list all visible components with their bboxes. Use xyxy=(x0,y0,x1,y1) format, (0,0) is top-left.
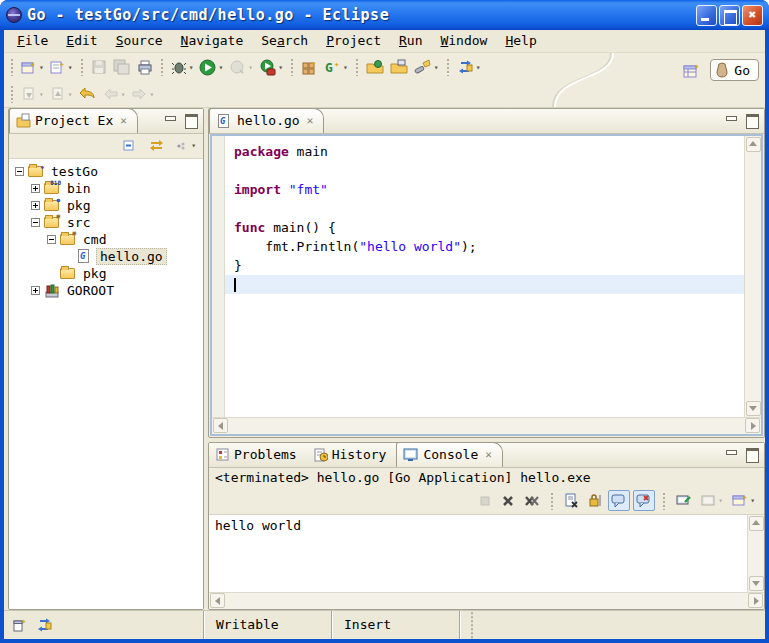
build-tool-button[interactable]: ▾ xyxy=(454,56,484,78)
code-line[interactable]: func main() { xyxy=(225,218,744,237)
new-project-button[interactable]: ✦ xyxy=(298,56,321,78)
titlebar[interactable]: Go - testGo/src/cmd/hello.go - Eclipse xyxy=(0,0,769,30)
toolbar-grip[interactable] xyxy=(10,85,14,103)
tree-item-hello-go[interactable]: Ghello.go xyxy=(9,248,203,265)
minimize-button[interactable] xyxy=(696,5,717,26)
menu-source[interactable]: Source xyxy=(107,31,172,50)
tree-item-cmd[interactable]: ▦cmd xyxy=(9,231,203,248)
scroll-up-button[interactable] xyxy=(746,137,761,152)
open-resource-button[interactable] xyxy=(387,56,411,78)
open-console-button[interactable]: ✦ ▾ xyxy=(729,490,758,511)
maximize-button[interactable] xyxy=(719,5,740,26)
collapse-icon[interactable] xyxy=(15,167,24,176)
new-file-button[interactable]: ✦ ▾ xyxy=(47,56,76,78)
tab-project-explorer[interactable]: Project Ex ✕ xyxy=(9,108,138,133)
tree-item-bin[interactable]: 010bin xyxy=(9,180,203,197)
collapse-all-button[interactable] xyxy=(119,135,141,156)
last-edit-location-button[interactable]: ✦ xyxy=(76,84,100,104)
close-icon[interactable]: ✕ xyxy=(485,448,492,461)
panel-maximize-button[interactable] xyxy=(744,447,760,461)
menu-navigate[interactable]: Navigate xyxy=(172,31,253,50)
previous-annotation-button[interactable]: ▾ xyxy=(47,84,76,104)
open-type-button[interactable] xyxy=(363,56,387,78)
menu-file[interactable]: File xyxy=(8,31,57,50)
menu-run[interactable]: Run xyxy=(390,31,431,50)
console-horizontal-scrollbar[interactable] xyxy=(209,592,764,609)
menu-edit[interactable]: Edit xyxy=(57,31,106,50)
console-output[interactable]: hello world xyxy=(209,515,747,592)
menu-search[interactable]: Search xyxy=(252,31,317,50)
toolbar-grip[interactable] xyxy=(446,58,450,76)
code-editor[interactable]: package mainimport "fmt"func main() { fm… xyxy=(225,136,744,417)
toolbar-grip[interactable] xyxy=(80,58,84,76)
new-go-element-button[interactable]: G✦ ▾ xyxy=(321,56,351,78)
back-button[interactable]: ▾ xyxy=(100,84,129,104)
scroll-right-button[interactable] xyxy=(745,418,760,433)
panel-maximize-button[interactable] xyxy=(744,113,760,127)
scroll-left-button[interactable] xyxy=(210,593,225,608)
new-wizard-button[interactable]: ✦ ▾ xyxy=(18,56,47,78)
console-vertical-scrollbar[interactable] xyxy=(747,515,764,592)
save-button[interactable] xyxy=(88,56,110,78)
display-console-button[interactable]: ▾ xyxy=(698,491,726,511)
toolbar-grip[interactable] xyxy=(290,58,294,76)
close-button[interactable] xyxy=(742,5,763,26)
tree-item-goroot[interactable]: GOROOT xyxy=(9,282,203,299)
toolbar-grip[interactable] xyxy=(10,58,14,76)
editor-horizontal-scrollbar[interactable] xyxy=(212,417,761,434)
link-with-editor-button[interactable] xyxy=(145,135,168,156)
annotation-ruler[interactable] xyxy=(212,136,225,417)
fast-view-icon[interactable]: ✦ xyxy=(12,617,28,633)
panel-minimize-button[interactable] xyxy=(724,113,740,127)
tab-console[interactable]: Console✕ xyxy=(396,442,502,467)
panel-minimize-button[interactable] xyxy=(163,113,179,127)
expand-icon[interactable] xyxy=(31,201,40,210)
scroll-left-button[interactable] xyxy=(213,418,228,433)
code-line[interactable]: import "fmt" xyxy=(225,180,744,199)
profile-button[interactable]: ▾ xyxy=(226,56,256,79)
menu-help[interactable]: Help xyxy=(496,31,545,50)
tab-problems[interactable]: Problems xyxy=(209,442,307,467)
close-icon[interactable]: ✕ xyxy=(307,114,314,127)
remove-all-launches-button[interactable] xyxy=(521,491,543,511)
open-perspective-button[interactable]: ✦ xyxy=(680,59,704,82)
expand-icon[interactable] xyxy=(31,286,40,295)
scroll-right-button[interactable] xyxy=(748,593,763,608)
launch-status-icon[interactable] xyxy=(36,617,53,633)
collapse-icon[interactable] xyxy=(31,218,40,227)
show-stdout-button[interactable] xyxy=(608,490,630,511)
toolbar-grip[interactable] xyxy=(662,492,666,510)
panel-maximize-button[interactable] xyxy=(183,113,199,127)
clear-console-button[interactable] xyxy=(561,490,582,511)
menu-window[interactable]: Window xyxy=(431,31,496,50)
search-button[interactable]: ▾ xyxy=(411,56,442,78)
go-perspective-button[interactable]: Go xyxy=(710,59,759,81)
collapse-icon[interactable] xyxy=(47,235,56,244)
scroll-up-button[interactable] xyxy=(749,516,764,531)
view-menu-button[interactable]: ▾ xyxy=(172,136,199,156)
debug-button[interactable]: ▾ xyxy=(168,56,197,78)
toolbar-grip[interactable] xyxy=(550,492,554,510)
print-button[interactable] xyxy=(134,56,156,78)
scroll-lock-button[interactable] xyxy=(585,490,605,511)
tree-item-pkg[interactable]: ●pkg xyxy=(9,197,203,214)
code-line[interactable]: fmt.Println("hello world"); xyxy=(225,237,744,256)
tree-item-pkg[interactable]: pkg xyxy=(9,265,203,282)
close-icon[interactable]: ✕ xyxy=(120,114,127,127)
expand-icon[interactable] xyxy=(31,184,40,193)
tab-history[interactable]: History xyxy=(307,442,397,467)
editor-vertical-scrollbar[interactable] xyxy=(744,136,761,417)
toolbar-grip[interactable] xyxy=(160,58,164,76)
menu-project[interactable]: Project xyxy=(317,31,390,50)
tree-item-src[interactable]: ▦src xyxy=(9,214,203,231)
panel-minimize-button[interactable] xyxy=(724,447,740,461)
save-all-button[interactable] xyxy=(110,56,134,78)
forward-button[interactable]: ▾ xyxy=(128,84,157,104)
code-line[interactable] xyxy=(225,275,744,294)
code-line[interactable]: } xyxy=(225,256,744,275)
scroll-down-button[interactable] xyxy=(749,576,764,591)
tree-item-testgo[interactable]: ◆testGo xyxy=(9,163,203,180)
code-line[interactable] xyxy=(225,199,744,218)
code-line[interactable] xyxy=(225,161,744,180)
next-annotation-button[interactable]: ▾ xyxy=(18,84,47,104)
